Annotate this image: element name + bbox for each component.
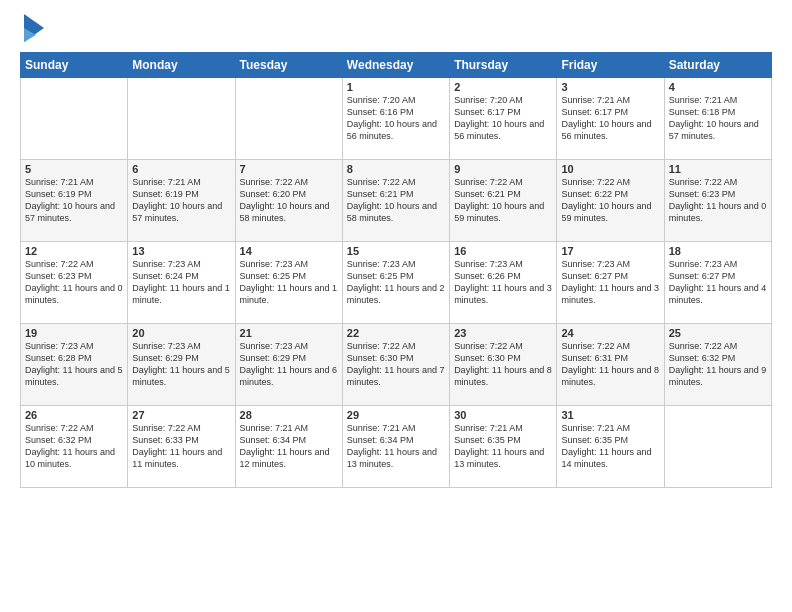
calendar-cell: 20Sunrise: 7:23 AM Sunset: 6:29 PM Dayli… [128,324,235,406]
weekday-header-thursday: Thursday [450,53,557,78]
calendar-cell [235,78,342,160]
calendar-cell: 13Sunrise: 7:23 AM Sunset: 6:24 PM Dayli… [128,242,235,324]
day-info: Sunrise: 7:23 AM Sunset: 6:26 PM Dayligh… [454,259,552,305]
calendar-cell: 17Sunrise: 7:23 AM Sunset: 6:27 PM Dayli… [557,242,664,324]
day-info: Sunrise: 7:22 AM Sunset: 6:23 PM Dayligh… [25,259,123,305]
calendar-cell: 31Sunrise: 7:21 AM Sunset: 6:35 PM Dayli… [557,406,664,488]
day-number: 14 [240,245,338,257]
day-info: Sunrise: 7:22 AM Sunset: 6:30 PM Dayligh… [454,341,552,387]
calendar-cell: 27Sunrise: 7:22 AM Sunset: 6:33 PM Dayli… [128,406,235,488]
day-info: Sunrise: 7:23 AM Sunset: 6:27 PM Dayligh… [669,259,767,305]
day-number: 6 [132,163,230,175]
day-number: 8 [347,163,445,175]
calendar-cell: 3Sunrise: 7:21 AM Sunset: 6:17 PM Daylig… [557,78,664,160]
day-number: 3 [561,81,659,93]
calendar-week-4: 19Sunrise: 7:23 AM Sunset: 6:28 PM Dayli… [21,324,772,406]
logo [20,16,46,42]
day-number: 27 [132,409,230,421]
day-number: 31 [561,409,659,421]
day-info: Sunrise: 7:21 AM Sunset: 6:19 PM Dayligh… [132,177,222,223]
day-info: Sunrise: 7:22 AM Sunset: 6:32 PM Dayligh… [669,341,767,387]
day-info: Sunrise: 7:21 AM Sunset: 6:35 PM Dayligh… [454,423,544,469]
day-number: 12 [25,245,123,257]
day-info: Sunrise: 7:22 AM Sunset: 6:23 PM Dayligh… [669,177,767,223]
calendar-cell [128,78,235,160]
calendar-cell: 18Sunrise: 7:23 AM Sunset: 6:27 PM Dayli… [664,242,771,324]
weekday-header-monday: Monday [128,53,235,78]
calendar-cell: 24Sunrise: 7:22 AM Sunset: 6:31 PM Dayli… [557,324,664,406]
calendar-cell: 25Sunrise: 7:22 AM Sunset: 6:32 PM Dayli… [664,324,771,406]
calendar-cell: 2Sunrise: 7:20 AM Sunset: 6:17 PM Daylig… [450,78,557,160]
day-number: 4 [669,81,767,93]
day-number: 26 [25,409,123,421]
day-number: 25 [669,327,767,339]
calendar-cell: 1Sunrise: 7:20 AM Sunset: 6:16 PM Daylig… [342,78,449,160]
day-number: 30 [454,409,552,421]
day-number: 18 [669,245,767,257]
calendar-week-5: 26Sunrise: 7:22 AM Sunset: 6:32 PM Dayli… [21,406,772,488]
weekday-header-wednesday: Wednesday [342,53,449,78]
day-number: 10 [561,163,659,175]
day-number: 24 [561,327,659,339]
day-info: Sunrise: 7:22 AM Sunset: 6:22 PM Dayligh… [561,177,651,223]
day-number: 28 [240,409,338,421]
day-number: 13 [132,245,230,257]
weekday-header-saturday: Saturday [664,53,771,78]
calendar-cell: 16Sunrise: 7:23 AM Sunset: 6:26 PM Dayli… [450,242,557,324]
calendar-cell: 11Sunrise: 7:22 AM Sunset: 6:23 PM Dayli… [664,160,771,242]
day-number: 5 [25,163,123,175]
day-number: 9 [454,163,552,175]
day-info: Sunrise: 7:20 AM Sunset: 6:17 PM Dayligh… [454,95,544,141]
day-info: Sunrise: 7:21 AM Sunset: 6:18 PM Dayligh… [669,95,759,141]
day-info: Sunrise: 7:21 AM Sunset: 6:19 PM Dayligh… [25,177,115,223]
day-number: 17 [561,245,659,257]
day-info: Sunrise: 7:22 AM Sunset: 6:21 PM Dayligh… [454,177,544,223]
day-info: Sunrise: 7:23 AM Sunset: 6:25 PM Dayligh… [240,259,338,305]
day-info: Sunrise: 7:21 AM Sunset: 6:35 PM Dayligh… [561,423,651,469]
calendar-cell: 12Sunrise: 7:22 AM Sunset: 6:23 PM Dayli… [21,242,128,324]
header [20,16,772,42]
calendar-cell: 8Sunrise: 7:22 AM Sunset: 6:21 PM Daylig… [342,160,449,242]
calendar-cell: 26Sunrise: 7:22 AM Sunset: 6:32 PM Dayli… [21,406,128,488]
day-info: Sunrise: 7:22 AM Sunset: 6:30 PM Dayligh… [347,341,445,387]
day-info: Sunrise: 7:21 AM Sunset: 6:34 PM Dayligh… [347,423,437,469]
calendar-week-2: 5Sunrise: 7:21 AM Sunset: 6:19 PM Daylig… [21,160,772,242]
day-info: Sunrise: 7:20 AM Sunset: 6:16 PM Dayligh… [347,95,437,141]
day-info: Sunrise: 7:23 AM Sunset: 6:27 PM Dayligh… [561,259,659,305]
weekday-header-row: SundayMondayTuesdayWednesdayThursdayFrid… [21,53,772,78]
calendar-cell: 29Sunrise: 7:21 AM Sunset: 6:34 PM Dayli… [342,406,449,488]
day-number: 7 [240,163,338,175]
calendar-cell: 6Sunrise: 7:21 AM Sunset: 6:19 PM Daylig… [128,160,235,242]
day-info: Sunrise: 7:22 AM Sunset: 6:32 PM Dayligh… [25,423,115,469]
day-info: Sunrise: 7:22 AM Sunset: 6:33 PM Dayligh… [132,423,222,469]
day-number: 21 [240,327,338,339]
calendar-cell: 9Sunrise: 7:22 AM Sunset: 6:21 PM Daylig… [450,160,557,242]
day-info: Sunrise: 7:22 AM Sunset: 6:21 PM Dayligh… [347,177,437,223]
day-info: Sunrise: 7:22 AM Sunset: 6:31 PM Dayligh… [561,341,659,387]
calendar-cell: 28Sunrise: 7:21 AM Sunset: 6:34 PM Dayli… [235,406,342,488]
calendar-cell [664,406,771,488]
weekday-header-sunday: Sunday [21,53,128,78]
day-info: Sunrise: 7:23 AM Sunset: 6:28 PM Dayligh… [25,341,123,387]
day-number: 2 [454,81,552,93]
day-info: Sunrise: 7:23 AM Sunset: 6:24 PM Dayligh… [132,259,230,305]
weekday-header-friday: Friday [557,53,664,78]
calendar-cell [21,78,128,160]
calendar-cell: 10Sunrise: 7:22 AM Sunset: 6:22 PM Dayli… [557,160,664,242]
day-number: 11 [669,163,767,175]
day-number: 1 [347,81,445,93]
day-number: 15 [347,245,445,257]
day-info: Sunrise: 7:23 AM Sunset: 6:29 PM Dayligh… [240,341,338,387]
day-info: Sunrise: 7:23 AM Sunset: 6:29 PM Dayligh… [132,341,230,387]
calendar-cell: 30Sunrise: 7:21 AM Sunset: 6:35 PM Dayli… [450,406,557,488]
calendar-cell: 14Sunrise: 7:23 AM Sunset: 6:25 PM Dayli… [235,242,342,324]
weekday-header-tuesday: Tuesday [235,53,342,78]
calendar-cell: 5Sunrise: 7:21 AM Sunset: 6:19 PM Daylig… [21,160,128,242]
calendar-table: SundayMondayTuesdayWednesdayThursdayFrid… [20,52,772,488]
calendar-cell: 15Sunrise: 7:23 AM Sunset: 6:25 PM Dayli… [342,242,449,324]
calendar-cell: 21Sunrise: 7:23 AM Sunset: 6:29 PM Dayli… [235,324,342,406]
day-number: 16 [454,245,552,257]
calendar-week-1: 1Sunrise: 7:20 AM Sunset: 6:16 PM Daylig… [21,78,772,160]
day-number: 20 [132,327,230,339]
day-info: Sunrise: 7:22 AM Sunset: 6:20 PM Dayligh… [240,177,330,223]
